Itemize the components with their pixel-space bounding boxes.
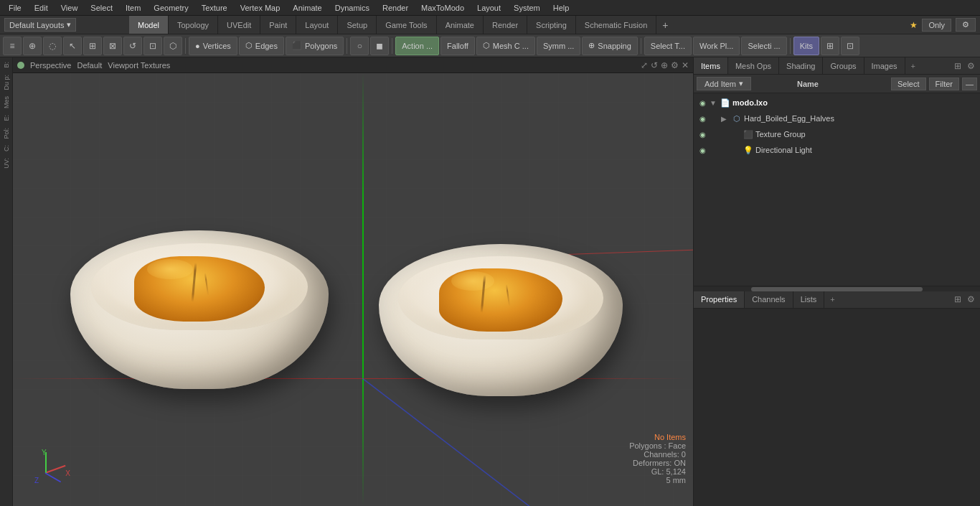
panel-icon-settings[interactable]: ⚙ xyxy=(965,61,977,71)
tab-animate[interactable]: Animate xyxy=(437,16,484,34)
toolbar-icon-pin[interactable]: ⬡ xyxy=(164,37,182,55)
side-label-mes[interactable]: Mes xyxy=(1,93,11,111)
menu-select[interactable]: Select xyxy=(85,2,118,14)
items-list[interactable]: ◉ ▼ 📄 modo.lxo ◉ ▶ ⬡ Hard_Boiled_Egg_Hal… xyxy=(694,93,980,286)
menu-geometry[interactable]: Geometry xyxy=(148,2,194,14)
menu-texture[interactable]: Texture xyxy=(196,2,233,14)
chevron-modo[interactable]: ▼ xyxy=(710,99,718,107)
toolbar-icon-nav2[interactable]: ⊡ xyxy=(841,37,859,55)
side-label-e[interactable]: E: xyxy=(1,112,11,124)
kits-button[interactable]: Kits xyxy=(793,37,819,55)
tab-meshops[interactable]: Mesh Ops xyxy=(728,57,779,74)
tab-layout[interactable]: Layout xyxy=(296,16,338,34)
viewport-icon-zoom[interactable]: ⊕ xyxy=(661,60,668,70)
toolbar-icon-sphere[interactable]: ○ xyxy=(350,37,369,55)
falloff-button[interactable]: Falloff xyxy=(440,37,475,55)
toolbar-icon-transform[interactable]: ⊞ xyxy=(83,37,102,55)
prop-icon-expand[interactable]: ⊞ xyxy=(952,294,963,304)
toolbar-icon-1[interactable]: ≡ xyxy=(3,37,22,55)
menu-animate[interactable]: Animate xyxy=(287,2,327,14)
edges-button[interactable]: ⬡ Edges xyxy=(239,37,284,55)
tab-shading[interactable]: Shading xyxy=(779,57,823,74)
menu-file[interactable]: File xyxy=(3,2,27,14)
side-label-dup[interactable]: Du p: xyxy=(1,72,11,93)
items-select-button[interactable]: Select xyxy=(891,78,926,90)
action-button[interactable]: Action ... xyxy=(395,37,439,55)
menu-help[interactable]: Help xyxy=(547,2,575,14)
tab-groups[interactable]: Groups xyxy=(823,57,864,74)
viewport-icon-close[interactable]: ✕ xyxy=(682,60,689,70)
toolbar-icon-scale[interactable]: ⊡ xyxy=(143,37,162,55)
menu-edit[interactable]: Edit xyxy=(29,2,54,14)
tab-render[interactable]: Render xyxy=(484,16,527,34)
tab-properties[interactable]: Properties xyxy=(694,291,745,308)
vertices-button[interactable]: ● Vertices xyxy=(189,37,237,55)
tab-schematicfusion[interactable]: Schematic Fusion xyxy=(576,16,656,34)
item-eye-modo[interactable]: ◉ xyxy=(697,97,708,108)
add-item-button[interactable]: Add Item ▾ xyxy=(697,77,751,90)
tab-model[interactable]: Model xyxy=(129,16,169,34)
layout-settings-button[interactable]: ⚙ xyxy=(956,18,976,32)
items-dash-button[interactable]: — xyxy=(962,78,977,90)
tab-add-button[interactable]: + xyxy=(656,16,674,34)
item-eye-texture[interactable]: ◉ xyxy=(697,128,708,140)
item-eye-egg[interactable]: ◉ xyxy=(697,113,708,124)
menu-view[interactable]: View xyxy=(55,2,84,14)
tab-topology[interactable]: Topology xyxy=(169,16,218,34)
tab-images[interactable]: Images xyxy=(864,57,905,74)
tab-channels[interactable]: Channels xyxy=(745,291,793,308)
item-row-egg[interactable]: ◉ ▶ ⬡ Hard_Boiled_Egg_Halves xyxy=(694,111,980,126)
items-filter-button[interactable]: Filter xyxy=(929,78,959,90)
toolbar-icon-globe[interactable]: ⊕ xyxy=(23,37,42,55)
viewport-icon-arrows[interactable]: ⤢ xyxy=(641,60,648,70)
menu-system[interactable]: System xyxy=(508,2,546,14)
toolbar-icon-move[interactable]: ⊠ xyxy=(103,37,122,55)
chevron-egg[interactable]: ▶ xyxy=(721,115,730,123)
item-row-light[interactable]: ◉ 💡 Directional Light xyxy=(694,142,980,158)
item-eye-light[interactable]: ◉ xyxy=(697,144,708,156)
workplane-button[interactable]: Work Pl... xyxy=(693,37,740,55)
toolbar-icon-nav1[interactable]: ⊞ xyxy=(821,37,839,55)
menu-render[interactable]: Render xyxy=(377,2,414,14)
viewport-default-label[interactable]: Default xyxy=(77,61,102,70)
selecti-button[interactable]: Selecti ... xyxy=(741,37,786,55)
side-label-pol[interactable]: Pol: xyxy=(1,125,11,142)
symm-button[interactable]: Symm ... xyxy=(537,37,580,55)
snapping-button[interactable]: ⊕ Snapping xyxy=(582,37,638,55)
menu-layout[interactable]: Layout xyxy=(471,2,507,14)
polygons-button[interactable]: ⬛ Polygons xyxy=(286,37,344,55)
prop-icon-settings[interactable]: ⚙ xyxy=(965,294,977,304)
only-button[interactable]: Only xyxy=(922,19,951,32)
layout-dropdown[interactable]: Default Layouts ▾ xyxy=(4,18,76,32)
toolbar-icon-rotate[interactable]: ↺ xyxy=(123,37,142,55)
prop-tab-add[interactable]: + xyxy=(824,295,840,304)
menu-dynamics[interactable]: Dynamics xyxy=(329,2,375,14)
side-label-uv[interactable]: UV: xyxy=(1,155,11,172)
item-row-modo[interactable]: ◉ ▼ 📄 modo.lxo xyxy=(694,95,980,111)
menu-maxtomodo[interactable]: MaxToModo xyxy=(415,2,470,14)
viewport-canvas[interactable]: X Y Z No Items Polygons : Face Channels:… xyxy=(13,73,693,506)
viewport-perspective-label[interactable]: Perspective xyxy=(30,61,71,70)
viewport-icon-refresh[interactable]: ↺ xyxy=(651,60,658,70)
viewport-icon-settings[interactable]: ⚙ xyxy=(671,60,679,70)
toolbar-icon-lasso[interactable]: ◌ xyxy=(43,37,62,55)
tab-items[interactable]: Items xyxy=(694,57,728,74)
tab-uvedit[interactable]: UVEdit xyxy=(218,16,260,34)
side-label-c[interactable]: C: xyxy=(1,142,11,154)
panel-icon-expand[interactable]: ⊞ xyxy=(952,61,963,71)
tab-setup[interactable]: Setup xyxy=(338,16,377,34)
tab-gametools[interactable]: Game Tools xyxy=(377,16,437,34)
toolbar-icon-select[interactable]: ↖ xyxy=(63,37,82,55)
menu-vertexmap[interactable]: Vertex Map xyxy=(235,2,286,14)
tab-scripting[interactable]: Scripting xyxy=(527,16,576,34)
viewport-textures-label[interactable]: Viewport Textures xyxy=(108,61,170,70)
menu-item[interactable]: Item xyxy=(120,2,146,14)
side-label-b[interactable]: B: xyxy=(1,59,11,71)
tab-lists[interactable]: Lists xyxy=(793,291,825,308)
item-row-texture[interactable]: ◉ ⬛ Texture Group xyxy=(694,126,980,142)
select-tool-button[interactable]: Select T... xyxy=(644,37,692,55)
toolbar-icon-cube[interactable]: ◼ xyxy=(370,37,389,55)
tab-paint[interactable]: Paint xyxy=(260,16,296,34)
viewport-active-dot[interactable] xyxy=(17,62,24,69)
panel-tab-add[interactable]: + xyxy=(905,62,921,70)
